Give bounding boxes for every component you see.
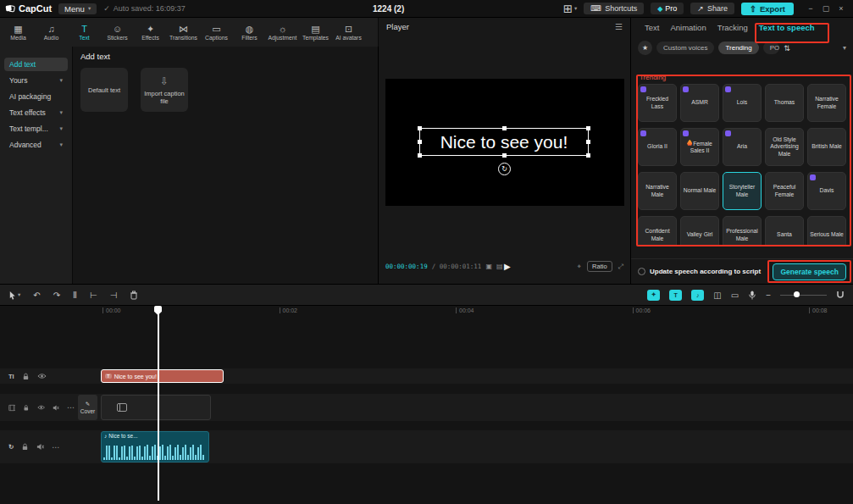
- tab-tracking[interactable]: Tracking: [717, 23, 748, 32]
- delete-left-button[interactable]: ⊢: [90, 291, 97, 300]
- splitscreen-button[interactable]: ◫: [713, 291, 721, 300]
- voice-card-freckled-lass[interactable]: Freckled Lass: [638, 84, 677, 122]
- fullscreen-icon[interactable]: ⤢: [618, 263, 623, 271]
- delete-button[interactable]: [130, 291, 138, 300]
- eye-icon[interactable]: [37, 373, 47, 379]
- ribbon-item-filters[interactable]: ◍Filters: [233, 24, 266, 41]
- lock-icon[interactable]: [23, 404, 30, 412]
- pro-badge[interactable]: ◆ Pro: [651, 3, 684, 14]
- eye-icon[interactable]: [37, 404, 45, 411]
- delete-right-button[interactable]: ⊣: [110, 291, 118, 300]
- preview-text[interactable]: Nice to see you!: [440, 132, 568, 152]
- ribbon-item-media[interactable]: ▦Media: [2, 24, 35, 41]
- sidebar-item-advanced[interactable]: Advanced▾: [4, 138, 68, 152]
- favorites-button[interactable]: ★: [638, 41, 652, 55]
- play-button[interactable]: ▶: [504, 262, 511, 271]
- selection-handle[interactable]: [586, 126, 590, 130]
- update-script-checkbox[interactable]: [638, 268, 645, 275]
- layout-view-button[interactable]: ⊞ ▾: [563, 3, 577, 15]
- voice-card-british-male[interactable]: British Male: [807, 128, 846, 166]
- voice-card-valley-girl[interactable]: Valley Girl: [680, 216, 719, 245]
- split-button[interactable]: Ⅱ: [73, 291, 77, 300]
- filter-pill-custom-voices[interactable]: Custom voices: [656, 42, 714, 54]
- minimize-button[interactable]: −: [804, 4, 817, 13]
- timeline-zoom-slider[interactable]: [780, 291, 827, 299]
- ribbon-item-captions[interactable]: ▭Captions: [200, 24, 233, 41]
- sidebar-item-ai-packaging[interactable]: AI packaging: [4, 90, 68, 103]
- voice-card-santa[interactable]: Santa: [765, 216, 804, 245]
- cover-button[interactable]: ✎ Cover: [78, 395, 97, 420]
- more-options-icon[interactable]: ⋯: [52, 443, 59, 451]
- maximize-button[interactable]: ▢: [819, 4, 833, 13]
- timeline-ruler[interactable]: 00:0000:0200:0400:0600:08: [0, 306, 853, 318]
- voice-card-gloria-ii[interactable]: Gloria II: [638, 128, 677, 166]
- ratio-button[interactable]: Ratio: [587, 261, 612, 272]
- share-button[interactable]: ↗ Share: [690, 3, 734, 14]
- more-options-icon[interactable]: ⋯: [67, 403, 75, 412]
- playhead[interactable]: [158, 306, 159, 501]
- voice-card-professional-male[interactable]: Professional Male: [723, 216, 762, 245]
- ribbon-item-audio[interactable]: ♫Audio: [35, 24, 68, 41]
- mute-icon[interactable]: [53, 404, 59, 412]
- frame-stack-icon[interactable]: ▤: [496, 263, 503, 270]
- ribbon-item-ai-avatars[interactable]: ⊡AI avatars: [332, 24, 365, 41]
- import-caption-card[interactable]: ⇩ Import caption file: [141, 68, 188, 112]
- ribbon-item-adjustment[interactable]: ☼Adjustment: [266, 24, 299, 41]
- player-menu-icon[interactable]: ☰: [615, 22, 623, 31]
- sidebar-item-text-templ[interactable]: Text templ...▾: [4, 122, 68, 136]
- preview-monitor-button[interactable]: ▭: [731, 291, 739, 300]
- voice-card-lois[interactable]: Lois: [723, 84, 762, 122]
- voice-card-narrative-male[interactable]: Narrative Male: [638, 172, 677, 210]
- video-clip[interactable]: [101, 395, 211, 420]
- zoom-out-button[interactable]: −: [766, 291, 771, 300]
- filter-pill-trending[interactable]: Trending: [718, 42, 758, 54]
- lock-icon[interactable]: [22, 373, 30, 380]
- sidebar-item-add-text[interactable]: Add text: [4, 58, 68, 71]
- selection-handle[interactable]: [418, 126, 422, 130]
- selection-handle[interactable]: [418, 140, 422, 144]
- redo-button[interactable]: ↷: [53, 291, 60, 300]
- record-voiceover-button[interactable]: [748, 290, 756, 301]
- voice-card-peaceful-female[interactable]: Peaceful Female: [765, 172, 804, 210]
- smart-tool-audio-button[interactable]: ♪: [691, 290, 704, 301]
- tab-text-to-speech[interactable]: Text to speech: [759, 23, 815, 32]
- close-button[interactable]: ×: [834, 4, 848, 13]
- ribbon-item-stickers[interactable]: ☺Stickers: [101, 24, 134, 41]
- timeline[interactable]: 00:0000:0200:0400:0600:08 TI: [0, 306, 853, 504]
- selection-handle[interactable]: [502, 153, 507, 158]
- tab-animation[interactable]: Animation: [670, 23, 706, 32]
- generate-speech-button[interactable]: Generate speech: [773, 263, 846, 280]
- fit-screen-icon[interactable]: ⌖: [578, 263, 582, 271]
- zoom-slider-handle[interactable]: [794, 291, 800, 297]
- mute-icon[interactable]: [36, 443, 44, 451]
- select-tool-button[interactable]: ▾: [8, 291, 20, 300]
- voice-card-storyteller-male[interactable]: Storyteller Male: [723, 172, 762, 210]
- voice-card-davis[interactable]: Davis: [807, 172, 846, 210]
- menu-button[interactable]: Menu ▾: [58, 3, 97, 14]
- voice-card-aria[interactable]: Aria: [723, 128, 762, 166]
- tab-text[interactable]: Text: [645, 23, 659, 32]
- selection-handle[interactable]: [586, 153, 590, 158]
- shortcuts-button[interactable]: ⌨ Shortcuts: [584, 3, 644, 14]
- voice-card-old-style-advertising-male[interactable]: Old Style Advertising Male: [765, 128, 804, 166]
- text-clip[interactable]: T Nice to see you!: [101, 369, 224, 383]
- filter-pill-po[interactable]: PO: [763, 42, 780, 54]
- video-preview[interactable]: Nice to see you! ↻: [385, 79, 624, 206]
- lock-icon[interactable]: [21, 443, 29, 451]
- rotate-handle[interactable]: ↻: [498, 163, 511, 175]
- text-selection-box[interactable]: Nice to see you!: [419, 128, 589, 156]
- frame-compare-icon[interactable]: ▣: [485, 263, 492, 270]
- sort-button[interactable]: ⇅: [784, 44, 790, 53]
- smart-tool-captions-button[interactable]: ✦: [647, 290, 660, 301]
- voice-card-asmr[interactable]: ASMR: [680, 84, 719, 122]
- voice-card-female-sales-ii[interactable]: Female Sales II: [680, 128, 719, 166]
- voice-card-normal-male[interactable]: Normal Male: [680, 172, 719, 210]
- default-text-card[interactable]: Default text: [80, 68, 128, 112]
- smart-tool-text-button[interactable]: T: [669, 290, 682, 301]
- selection-handle[interactable]: [418, 153, 422, 158]
- undo-button[interactable]: ↶: [33, 291, 40, 300]
- export-button[interactable]: ⇧ Export: [741, 3, 794, 15]
- ribbon-item-effects[interactable]: ✦Effects: [134, 24, 167, 41]
- snapping-button[interactable]: [836, 291, 845, 299]
- chevron-down-icon[interactable]: ▾: [843, 44, 846, 52]
